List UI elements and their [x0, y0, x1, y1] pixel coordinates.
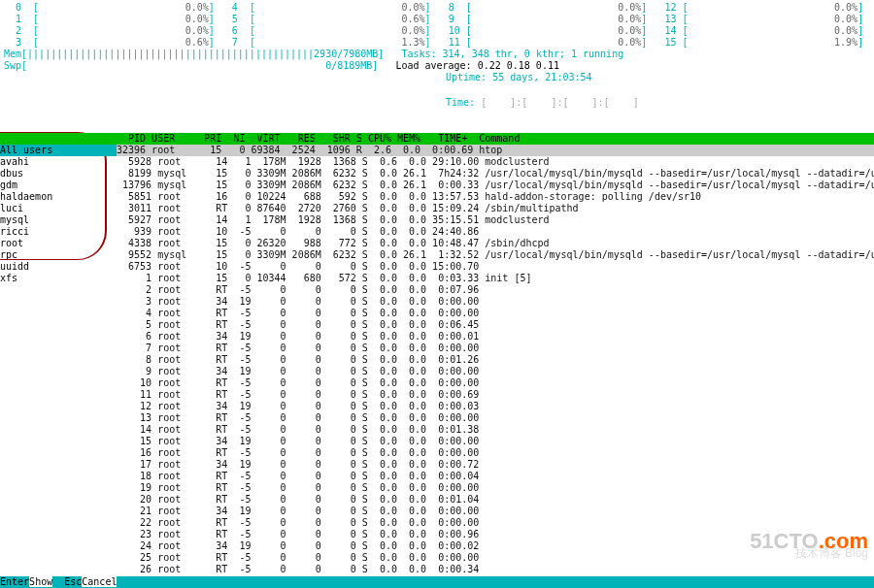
- process-row[interactable]: 22 root RT -5 0 0 0 S 0.0 0.0 0:00.00: [117, 517, 874, 529]
- process-row[interactable]: 8 root RT -5 0 0 0 S 0.0 0.0 0:01.26: [117, 354, 874, 366]
- user-filter-item[interactable]: uuidd: [0, 261, 52, 273]
- process-row[interactable]: 10 root RT -5 0 0 0 S 0.0 0.0 0:00.00: [117, 377, 874, 389]
- process-row[interactable]: 5851 root 16 0 10224 688 592 S 0.0 0.0 1…: [117, 191, 874, 203]
- process-row[interactable]: 18 root RT -5 0 0 0 S 0.0 0.0 0:00.04: [117, 471, 874, 482]
- mem-meter: Mem[||||||||||||||||||||||||||||||||||||…: [4, 49, 384, 59]
- meter-block: 0 [ 0.0%] 4 [ 0.0%] 8 [ 0.0%] 12 [ 0.0%]…: [0, 0, 874, 109]
- process-row[interactable]: 7 root RT -5 0 0 0 S 0.0 0.0 0:00.00: [117, 343, 874, 354]
- process-row[interactable]: 25 root RT -5 0 0 0 S 0.0 0.0 0:00.00: [117, 552, 874, 564]
- user-filter-item[interactable]: ricci: [0, 226, 52, 238]
- process-row[interactable]: 9552 mysql 15 0 3309M 2086M 6232 S 0.0 2…: [117, 249, 874, 261]
- uptime-text: Uptime: 55 days, 21:03:54: [446, 72, 592, 82]
- user-filter-item[interactable]: mysql: [0, 214, 52, 226]
- process-row-selected[interactable]: 32396 root 15 0 69384 2524 1096 R 2.6 0.…: [117, 145, 874, 156]
- time-boxes: [ ]:[ ]:[ ]:[ ]: [481, 97, 639, 108]
- process-row[interactable]: 9 root 34 19 0 0 0 S 0.0 0.0 0:00.00: [117, 366, 874, 377]
- cpu-meter-row: 3 [ 0.6%] 7 [ 1.3%] 11 [ 0.0%] 15 [ 1.9%…: [4, 37, 870, 49]
- process-row[interactable]: 6 root 34 19 0 0 0 S 0.0 0.0 0:00.01: [117, 331, 874, 343]
- process-row[interactable]: 6753 root 10 -5 0 0 0 S 0.0 0.0 15:00.70: [117, 261, 874, 273]
- process-row[interactable]: 2 root RT -5 0 0 0 S 0.0 0.0 0:07.96: [117, 284, 874, 296]
- user-filter-all[interactable]: All users: [0, 145, 117, 156]
- process-row[interactable]: 5927 root 14 1 178M 1928 1368 S 0.0 0.0 …: [117, 214, 874, 226]
- process-row[interactable]: 5 root RT -5 0 0 0 S 0.0 0.0 0:06.45: [117, 319, 874, 331]
- user-filter-item[interactable]: dbus: [0, 168, 52, 180]
- process-row[interactable]: 20 root RT -5 0 0 0 S 0.0 0.0 0:01.04: [117, 494, 874, 506]
- process-row[interactable]: 14 root RT -5 0 0 0 S 0.0 0.0 0:01.38: [117, 424, 874, 436]
- swap-meter: Swp[ 0/8189MB]: [4, 60, 378, 71]
- process-row[interactable]: 21 root 34 19 0 0 0 S 0.0 0.0 0:00.00: [117, 506, 874, 517]
- process-row[interactable]: 8199 mysql 15 0 3309M 2086M 6232 S 0.0 2…: [117, 168, 874, 180]
- bottom-bar: EnterShow EscCancel: [0, 576, 874, 588]
- column-headers: PID USER PRI NI VIRT RES SHR S CPU% MEM%…: [0, 133, 874, 145]
- user-filter-item[interactable]: avahi: [0, 156, 52, 168]
- process-row[interactable]: 13796 mysql 15 0 3309M 2086M 6232 S 0.0 …: [117, 180, 874, 191]
- cpu-meter-row: 0 [ 0.0%] 4 [ 0.0%] 8 [ 0.0%] 12 [ 0.0%]: [4, 2, 870, 14]
- process-row[interactable]: 15 root 34 19 0 0 0 S 0.0 0.0 0:00.00: [117, 436, 874, 447]
- process-list: 5928 root 14 1 178M 1928 1368 S 0.6 0.0 …: [117, 156, 874, 588]
- user-filter-item[interactable]: haldaemon: [0, 191, 52, 203]
- user-filter-item[interactable]: gdm: [0, 180, 52, 191]
- time-label: Time:: [446, 97, 475, 108]
- process-row[interactable]: 939 root 10 -5 0 0 0 S 0.0 0.0 24:40.86: [117, 226, 874, 238]
- process-row[interactable]: 11 root RT -5 0 0 0 S 0.0 0.0 0:00.69: [117, 389, 874, 401]
- user-filter-item[interactable]: luci: [0, 203, 52, 214]
- process-row[interactable]: 26 root RT -5 0 0 0 S 0.0 0.0 0:00.34: [117, 564, 874, 575]
- user-filter-item[interactable]: root: [0, 238, 52, 249]
- cpu-meter-row: 1 [ 0.0%] 5 [ 0.6%] 9 [ 0.0%] 13 [ 0.0%]: [4, 14, 870, 25]
- user-filter-item[interactable]: xfs: [0, 273, 52, 284]
- cpu-meter-row: 2 [ 0.0%] 6 [ 0.0%] 10 [ 0.0%] 14 [ 0.0%…: [4, 25, 870, 37]
- process-row[interactable]: 13 root RT -5 0 0 0 S 0.0 0.0 0:00.00: [117, 412, 874, 424]
- process-row[interactable]: 3011 root RT 0 87640 2720 2760 S 0.0 0.0…: [117, 203, 874, 214]
- process-row[interactable]: 3 root 34 19 0 0 0 S 0.0 0.0 0:00.00: [117, 296, 874, 308]
- process-row[interactable]: 23 root RT -5 0 0 0 S 0.0 0.0 0:00.96: [117, 529, 874, 540]
- load-text: Load average: 0.22 0.18 0.11: [395, 60, 559, 71]
- process-row[interactable]: 4338 root 15 0 26320 988 772 S 0.0 0.0 1…: [117, 238, 874, 249]
- process-row[interactable]: 4 root RT -5 0 0 0 S 0.0 0.0 0:00.00: [117, 308, 874, 319]
- process-row[interactable]: 24 root 34 19 0 0 0 S 0.0 0.0 0:00.02: [117, 540, 874, 552]
- process-row[interactable]: 1 root 15 0 10344 680 572 S 0.0 0.0 0:03…: [117, 273, 874, 284]
- user-filter-item[interactable]: rpc: [0, 249, 52, 261]
- tasks-text: Tasks: 314, 348 thr, 0 kthr; 1 running: [401, 49, 623, 59]
- process-row[interactable]: 12 root 34 19 0 0 0 S 0.0 0.0 0:00.03: [117, 401, 874, 412]
- process-row[interactable]: 16 root RT -5 0 0 0 S 0.0 0.0 0:00.00: [117, 447, 874, 459]
- user-list: avahidbusgdmhaldaemonlucimysqlriccirootr…: [0, 156, 52, 284]
- process-row[interactable]: 5928 root 14 1 178M 1928 1368 S 0.6 0.0 …: [117, 156, 874, 168]
- process-row[interactable]: 17 root 34 19 0 0 0 S 0.0 0.0 0:00.72: [117, 459, 874, 471]
- process-row[interactable]: 19 root RT -5 0 0 0 S 0.0 0.0 0:00.00: [117, 482, 874, 494]
